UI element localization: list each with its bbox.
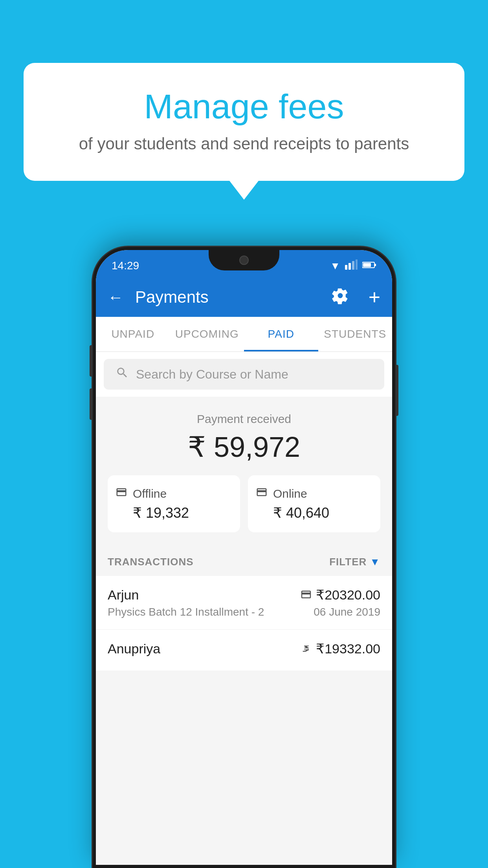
transaction-course: Physics Batch 12 Installment - 2 — [108, 606, 264, 618]
app-header: ← Payments + — [96, 278, 392, 317]
online-card: Online ₹ 40,640 — [248, 475, 380, 532]
search-placeholder: Search by Course or Name — [136, 367, 288, 382]
transactions-header: TRANSACTIONS FILTER ▼ — [96, 544, 392, 576]
offline-card-header: Offline — [116, 486, 232, 501]
transaction-amount-container: ₹19332.00 — [301, 641, 380, 657]
svg-rect-0 — [345, 265, 347, 270]
offline-amount: ₹ 19,332 — [116, 505, 232, 521]
svg-rect-2 — [352, 261, 354, 270]
transaction-amount: ₹19332.00 — [316, 641, 380, 657]
back-button[interactable]: ← — [108, 289, 123, 306]
filter-icon: ▼ — [370, 556, 380, 568]
transaction-row[interactable]: Anupriya ₹19332.00 — [96, 630, 392, 671]
tab-unpaid[interactable]: UNPAID — [96, 317, 170, 351]
status-time: 14:29 — [112, 259, 139, 272]
settings-icon[interactable] — [332, 287, 349, 308]
transaction-name: Arjun — [108, 587, 139, 603]
transaction-row-bottom: Physics Batch 12 Installment - 2 06 June… — [108, 606, 380, 618]
tab-upcoming[interactable]: UPCOMING — [170, 317, 244, 351]
online-amount: ₹ 40,640 — [256, 505, 372, 521]
filter-button[interactable]: FILTER ▼ — [329, 556, 380, 568]
transaction-date: 06 June 2019 — [314, 606, 380, 618]
transactions-label: TRANSACTIONS — [108, 556, 194, 568]
svg-rect-6 — [363, 263, 371, 267]
search-bar[interactable]: Search by Course or Name — [104, 359, 384, 390]
offline-label: Offline — [133, 487, 167, 500]
search-icon — [116, 366, 129, 383]
transaction-row-top: Anupriya ₹19332.00 — [108, 641, 380, 657]
offline-icon — [116, 486, 127, 501]
bubble-subtitle: of your students and send receipts to pa… — [55, 134, 433, 153]
speech-bubble-container: Manage fees of your students and send re… — [24, 63, 464, 181]
tab-students[interactable]: STUDENTS — [318, 317, 393, 351]
payment-total-amount: ₹ 59,972 — [108, 430, 380, 463]
phone-screen: 14:29 ▼ — [96, 250, 392, 865]
transaction-amount-container: ₹20320.00 — [300, 587, 380, 603]
phone-notch — [209, 250, 279, 270]
filter-text: FILTER — [329, 556, 367, 568]
speech-bubble: Manage fees of your students and send re… — [24, 63, 464, 181]
add-button[interactable]: + — [369, 285, 380, 309]
payment-cards: Offline ₹ 19,332 Online ₹ 40,640 — [108, 475, 380, 532]
transaction-card-icon — [300, 588, 312, 601]
online-icon — [256, 486, 268, 501]
tabs-container: UNPAID UPCOMING PAID STUDENTS — [96, 317, 392, 352]
svg-rect-5 — [374, 264, 376, 266]
battery-icon — [362, 260, 376, 271]
transaction-row[interactable]: Arjun ₹20320.00 Physics Batch 12 Install… — [96, 576, 392, 630]
transaction-name: Anupriya — [108, 641, 160, 657]
transaction-row-top: Arjun ₹20320.00 — [108, 587, 380, 603]
bubble-title: Manage fees — [55, 86, 433, 127]
wifi-icon: ▼ — [330, 260, 340, 272]
signal-icon — [345, 259, 358, 272]
transaction-cash-icon — [301, 642, 312, 656]
search-container: Search by Course or Name — [96, 352, 392, 397]
svg-rect-3 — [356, 259, 358, 270]
phone-volume-down-button — [90, 388, 93, 420]
online-card-header: Online — [256, 486, 372, 501]
phone-frame: 14:29 ▼ — [93, 247, 395, 868]
payment-received-label: Payment received — [108, 412, 380, 426]
payment-summary: Payment received ₹ 59,972 Offline ₹ 19,3… — [96, 397, 392, 544]
phone-volume-up-button — [90, 345, 93, 377]
offline-card: Offline ₹ 19,332 — [108, 475, 240, 532]
online-label: Online — [273, 487, 307, 500]
status-icons: ▼ — [330, 259, 376, 272]
phone-camera — [239, 256, 249, 265]
svg-rect-1 — [349, 263, 351, 270]
header-title: Payments — [135, 288, 320, 307]
transaction-amount: ₹20320.00 — [316, 587, 380, 603]
phone-power-button — [395, 365, 398, 416]
tab-paid[interactable]: PAID — [244, 317, 318, 351]
